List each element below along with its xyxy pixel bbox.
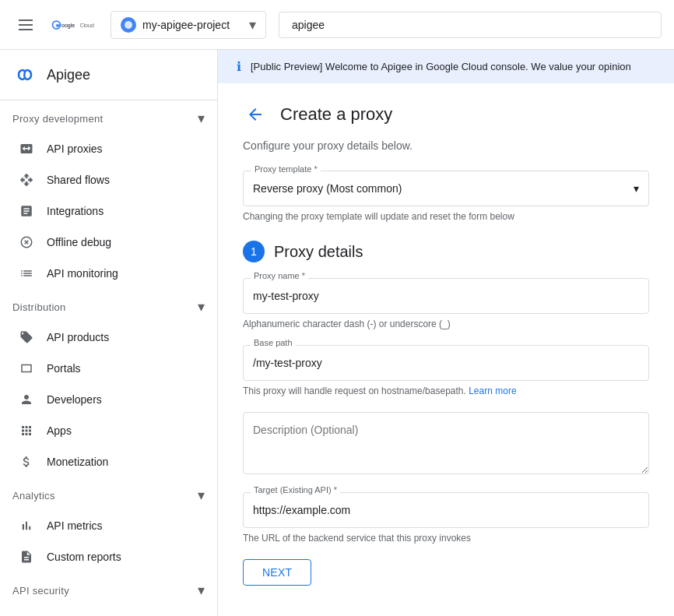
sidebar-item-api-metrics[interactable]: API metrics: [0, 510, 211, 541]
proxy-details-title: Proxy details: [274, 243, 363, 261]
analytics-label: Analytics: [12, 490, 55, 502]
analytics-section[interactable]: Analytics ▾: [0, 477, 217, 510]
proxy-template-hint: Changing the proxy template will update …: [243, 211, 649, 222]
proxy-name-input[interactable]: [243, 278, 649, 314]
base-path-hint-text: This proxy will handle request on hostna…: [243, 385, 466, 396]
sidebar-item-offline-debug[interactable]: Offline debug: [0, 227, 211, 258]
sidebar-item-api-products-label: API products: [47, 331, 109, 343]
distribution-section[interactable]: Distribution ▾: [0, 289, 217, 322]
proxy-details-section: 1 Proxy details Proxy name * Alphanumeri…: [243, 241, 649, 586]
page-header: Create a proxy: [243, 102, 649, 127]
target-input[interactable]: [243, 492, 649, 528]
proxy-development-label: Proxy development: [12, 113, 103, 125]
proxy-development-chevron-icon: ▾: [198, 110, 205, 127]
api-metrics-icon: [19, 518, 34, 533]
content-area: ℹ [Public Preview] Welcome to Apigee in …: [218, 50, 674, 616]
proxy-name-hint: Alphanumeric character dash (-) or under…: [243, 319, 649, 329]
project-selector[interactable]: my-apigee-project ▾: [111, 11, 266, 39]
next-button[interactable]: NEXT: [243, 559, 311, 586]
base-path-field: Base path This proxy will handle request…: [243, 345, 649, 396]
sidebar-item-api-proxies[interactable]: API proxies: [0, 133, 211, 164]
proxy-template-select[interactable]: Proxy template * Reverse proxy (Most com…: [243, 171, 649, 206]
sidebar-item-api-proxies-label: API proxies: [47, 143, 103, 155]
info-banner: ℹ [Public Preview] Welcome to Apigee in …: [218, 50, 674, 83]
sidebar-item-shared-flows-label: Shared flows: [47, 174, 110, 186]
menu-button[interactable]: [12, 13, 39, 37]
svg-point-4: [125, 21, 132, 29]
info-icon: ℹ: [237, 59, 241, 74]
proxy-template-label: Proxy template *: [251, 164, 321, 174]
distribution-chevron-icon: ▾: [198, 298, 205, 315]
apigee-logo-icon: [12, 62, 37, 87]
sidebar-item-offline-debug-label: Offline debug: [47, 236, 111, 248]
sidebar-item-custom-reports[interactable]: Custom reports: [0, 541, 211, 572]
api-security-label: API security: [12, 585, 69, 597]
proxy-name-label: Proxy name *: [251, 271, 308, 280]
sidebar-item-monetization[interactable]: Monetization: [0, 446, 211, 477]
page-title: Create a proxy: [280, 104, 392, 125]
apps-icon: [19, 423, 34, 438]
svg-text:Cloud: Cloud: [80, 22, 94, 27]
google-cloud-logo[interactable]: oogle oogle Cloud: [51, 16, 98, 34]
app-title: Apigee: [47, 67, 90, 83]
sidebar-item-api-monitoring-label: API monitoring: [47, 267, 118, 280]
sidebar-item-api-monitoring[interactable]: API monitoring: [0, 258, 211, 289]
sidebar-item-api-metrics-label: API metrics: [47, 519, 103, 532]
main-layout: Apigee Proxy development ▾ API proxies S…: [0, 50, 674, 616]
app-header: Apigee: [0, 50, 217, 100]
sidebar-item-integrations-label: Integrations: [47, 205, 104, 217]
sidebar-item-portals[interactable]: Portals: [0, 353, 211, 384]
page-content: Create a proxy Configure your proxy deta…: [218, 83, 674, 616]
page-description: Configure your proxy details below.: [243, 139, 649, 152]
search-input[interactable]: [279, 12, 662, 38]
sidebar-item-monetization-label: Monetization: [47, 456, 108, 468]
developers-icon: [19, 392, 34, 407]
api-proxies-icon: [19, 141, 34, 157]
proxy-template-display[interactable]: Reverse proxy (Most common) ▾: [253, 182, 639, 195]
description-input[interactable]: [243, 412, 649, 474]
sidebar-item-portals-label: Portals: [47, 362, 81, 375]
monetization-icon: [19, 454, 34, 470]
sidebar-item-apps[interactable]: Apps: [0, 415, 211, 446]
proxy-name-field: Proxy name * Alphanumeric character dash…: [243, 278, 649, 329]
base-path-label: Base path: [251, 338, 296, 347]
api-security-section[interactable]: API security ▾: [0, 572, 217, 605]
proxy-template-chevron-icon: ▾: [634, 182, 639, 195]
proxy-template-value: Reverse proxy (Most common): [253, 182, 402, 195]
sidebar-item-custom-reports-label: Custom reports: [47, 551, 121, 563]
api-security-chevron-icon: ▾: [198, 582, 205, 599]
base-path-input[interactable]: [243, 345, 649, 381]
description-field: [243, 412, 649, 477]
custom-reports-icon: [19, 549, 34, 565]
topbar: oogle oogle Cloud my-apigee-project ▾: [0, 0, 674, 50]
sidebar-item-integrations[interactable]: Integrations: [0, 195, 211, 227]
back-button[interactable]: [243, 102, 268, 127]
shared-flows-icon: [19, 172, 34, 188]
analytics-chevron-icon: ▾: [198, 487, 205, 504]
target-label: Target (Existing API) *: [251, 485, 340, 495]
sidebar-item-developers[interactable]: Developers: [0, 384, 211, 415]
integrations-icon: [19, 203, 34, 219]
sidebar: Apigee Proxy development ▾ API proxies S…: [0, 50, 218, 616]
base-path-hint: This proxy will handle request on hostna…: [243, 385, 649, 396]
api-products-icon: [19, 329, 34, 345]
target-field: Target (Existing API) * The URL of the b…: [243, 492, 649, 544]
sidebar-item-api-products[interactable]: API products: [0, 322, 211, 353]
sidebar-item-apps-label: Apps: [47, 424, 72, 437]
project-icon: [121, 17, 136, 33]
sidebar-item-developers-label: Developers: [47, 393, 102, 406]
project-name: my-apigee-project: [142, 19, 243, 31]
distribution-label: Distribution: [12, 301, 66, 313]
svg-text:oogle: oogle: [61, 22, 75, 28]
offline-debug-icon: [19, 234, 34, 250]
banner-text: [Public Preview] Welcome to Apigee in Go…: [251, 61, 655, 72]
api-monitoring-icon: [19, 266, 34, 281]
target-hint: The URL of the backend service that this…: [243, 533, 649, 544]
sidebar-item-shared-flows[interactable]: Shared flows: [0, 164, 211, 195]
proxy-development-section[interactable]: Proxy development ▾: [0, 100, 217, 133]
step-badge: 1: [243, 241, 265, 262]
proxy-template-field: Proxy template * Reverse proxy (Most com…: [243, 171, 649, 222]
project-chevron-icon: ▾: [249, 16, 256, 33]
learn-more-link[interactable]: Learn more: [469, 385, 516, 396]
proxy-details-header: 1 Proxy details: [243, 241, 649, 262]
